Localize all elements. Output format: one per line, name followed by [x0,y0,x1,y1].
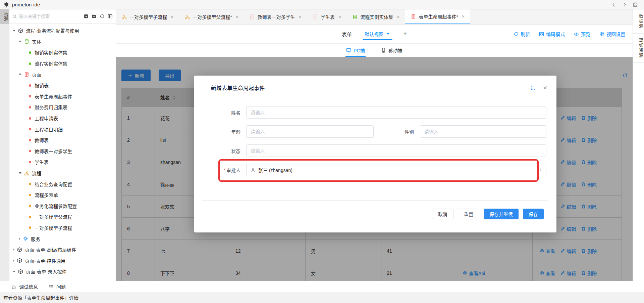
age-field-input[interactable] [246,125,374,138]
cancel-button[interactable]: 取消 [432,209,453,219]
rail-tab-resources[interactable]: 资源 [0,9,9,24]
resource-dot-orange [29,183,31,185]
nav-back-icon[interactable] [611,2,616,7]
editor-tab[interactable]: 学生表× [307,9,347,24]
toolbar-action-label: 预览 [581,31,590,37]
device-tab-phone[interactable]: 移动端 [381,44,402,57]
tab-form[interactable]: 表单 [342,31,352,38]
tree-item[interactable]: 一对多模型父流程 [9,211,116,222]
editor-tab[interactable]: 一对多模型父流程*× [179,9,244,24]
problems-tab[interactable]: 问题 [49,283,66,290]
debug-info-tab[interactable]: 调试信息 [11,283,38,290]
expand-arrow-icon[interactable] [13,271,15,272]
tree-item[interactable]: 页面-表单-控件通用 [9,255,116,266]
tree-item[interactable]: 业务化流程参数配置 [9,201,116,212]
editor-tab[interactable]: 流程实例实体集× [347,9,405,24]
tree-item[interactable]: 一对多模型子流程 [9,222,116,233]
toolbar-action-code[interactable]: 编码模式 [539,31,565,37]
tree-item[interactable]: 教师表一对多学生 [9,146,116,157]
refresh-tree-icon[interactable] [100,14,105,19]
tree-item[interactable]: 结合业务查询配置 [9,178,116,189]
tree-item[interactable]: 服务 [9,233,116,244]
tree-item[interactable]: 流程 [9,168,116,179]
status-field-input[interactable] [246,144,546,157]
toolbar-action-refresh[interactable]: 刷新 [514,31,530,37]
tree-item[interactable]: 财务费用归集表 [9,102,116,113]
search-input[interactable] [19,14,82,19]
fullscreen-button[interactable] [531,85,536,90]
collapse-panel-icon[interactable] [108,14,113,19]
age-field-label: 年龄 [194,128,240,135]
resource-dot-orange [29,194,31,196]
tab-default-view[interactable]: 默认视图 [365,25,390,43]
locate-resource-icon[interactable] [84,14,89,19]
save-icon[interactable] [633,2,638,7]
expand-arrow-icon[interactable] [13,30,15,32]
collapse-arrow-icon[interactable] [13,248,14,251]
tree-item-label: 教师表 [35,137,49,143]
tree-item[interactable]: 工程申请表 [9,113,116,124]
expand-arrow-icon[interactable] [19,172,21,174]
grid-icon [599,32,604,37]
rail-tab-datasource[interactable]: 数据源 [633,9,644,34]
tree-item[interactable]: 报销表 [9,80,116,91]
tree-item[interactable]: 学生表 [9,157,116,168]
tab-close-icon[interactable]: × [299,14,302,19]
rail-tab-offline-resource[interactable]: 离线资源 [633,34,644,63]
tab-close-icon[interactable]: × [397,14,399,19]
cube-node-icon [18,28,23,33]
tree-item[interactable]: 实体 [9,36,116,47]
reset-button[interactable]: 重置 [458,209,479,219]
editor-tab[interactable]: 一对多模型子流程× [116,9,179,24]
tree-item[interactable]: 页面-表单-高级/布局组件 [9,244,116,255]
tree-item[interactable]: 报销实例实体集 [9,47,116,58]
save-continue-button[interactable]: 保存并继续 [484,209,519,219]
tree-item-label: 页面-表单-控件通用 [25,257,65,264]
default-view-label: 默认视图 [365,31,383,37]
approver-field-input[interactable]: 张三 (zhangsan) [246,164,546,176]
expand-arrow-icon[interactable] [19,41,21,42]
tree-item-label: 工程申请表 [35,115,58,122]
tab-close-icon[interactable]: × [236,14,238,19]
tree-item[interactable]: 教师表 [9,135,116,146]
resource-dot-red [29,106,31,109]
tree-item[interactable]: 页面-表单-录入控件 [9,266,116,277]
nav-forward-icon[interactable] [622,2,627,7]
tab-close-icon[interactable]: × [171,14,173,19]
editor-tab[interactable]: 表单生命周起事件*× [405,9,470,24]
search-user-icon[interactable] [537,167,542,172]
gender-field-input[interactable] [420,125,546,138]
phone-icon [381,48,386,53]
name-field-input[interactable] [246,106,546,119]
view-toolbar: 表单 默认视图 + 刷新编码模式预览视图设置 [116,25,633,44]
modal-close-icon[interactable]: × [543,84,547,91]
tree-item[interactable]: 表单生命周起事件 [9,91,116,102]
resource-dot-red [29,139,31,141]
toolbar-action-grid[interactable]: 视图设置 [599,31,625,37]
db-node-icon [24,39,29,44]
app-logo-icon [3,2,9,8]
expand-arrow-icon[interactable] [19,74,21,75]
add-record-modal: 新增表单生命周起事件 × 姓名 年龄 [194,76,556,232]
tree-item[interactable]: 流程-业务流程配置与使用 [9,25,116,36]
tree-item[interactable]: 流程多表单 [9,189,116,201]
editor-tabbar: 一对多模型子流程×一对多模型父流程*×教师表一对多学生×学生表×流程实例实体集×… [116,9,633,25]
debug-icon [11,284,16,289]
collapse-arrow-icon[interactable] [19,237,20,240]
tree-item-label: 流程多表单 [35,191,58,198]
code-icon [539,32,544,37]
device-tab-monitor[interactable]: PC端 [346,44,365,57]
tree-item-label: 页面 [32,71,41,78]
save-button[interactable]: 保存 [523,209,544,219]
collapse-arrow-icon[interactable] [13,259,14,262]
tab-close-icon[interactable]: × [338,14,341,19]
toolbar-action-eye[interactable]: 预览 [574,31,590,37]
tree-item-label: 页面-表单-高级/布局组件 [25,246,76,253]
editor-tab[interactable]: 教师表一对多学生× [244,9,307,24]
tab-close-icon[interactable]: × [462,14,465,19]
tree-item[interactable]: 页面 [9,69,116,80]
add-view-button[interactable]: + [403,30,407,38]
new-folder-icon[interactable] [92,14,97,19]
tree-item[interactable]: 流程实例实体集 [9,58,116,69]
tree-item[interactable]: 工程项目明细 [9,124,116,135]
